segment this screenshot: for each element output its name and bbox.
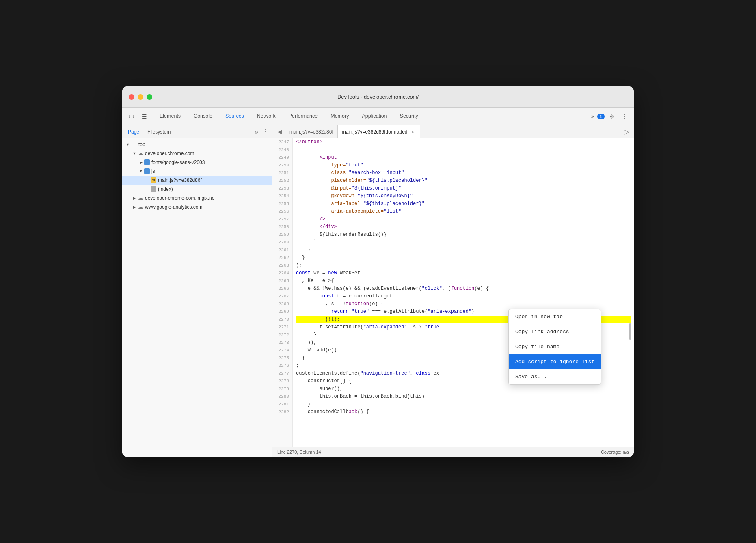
file-icon <box>151 186 156 192</box>
tab-performance[interactable]: Performance <box>282 108 324 125</box>
code-line-2267: const t = e.currentTarget <box>296 293 631 300</box>
context-menu-copy-filename[interactable]: Copy file name <box>509 339 601 354</box>
code-line-2268: , s = !function(e) { <box>296 300 631 308</box>
arrow-icon <box>132 205 137 209</box>
tree-item-imgix[interactable]: ☁ developer-chrome-com.imgix.ne <box>122 194 272 203</box>
tab-sources[interactable]: Sources <box>219 108 251 125</box>
sources-container: Page Filesystem » ⋮ top ☁ <box>122 125 634 457</box>
code-line-2254: @keydown="${this.onKeyDown}" <box>296 192 631 200</box>
sidebar-menu-button[interactable]: ⋮ <box>261 128 270 136</box>
editor-tab-label: main.js?v=e382d86f <box>289 129 333 135</box>
tab-security[interactable]: Security <box>393 108 425 125</box>
device-toolbar-button[interactable]: ☰ <box>138 111 150 122</box>
code-line-2249: <input <box>296 154 631 162</box>
code-line-2248 <box>296 146 631 154</box>
inspect-element-button[interactable]: ⬚ <box>125 111 137 122</box>
arrow-icon <box>125 142 130 147</box>
tab-memory[interactable]: Memory <box>324 108 355 125</box>
notification-badge: 1 <box>597 114 605 119</box>
line-numbers: 2247 2248 2249 2250 2251 2252 2253 2254 … <box>272 138 293 447</box>
context-menu-add-ignore[interactable]: Add script to ignore list <box>509 354 601 369</box>
arrow-icon <box>132 151 137 156</box>
code-editor[interactable]: 2247 2248 2249 2250 2251 2252 2253 2254 … <box>272 138 634 447</box>
tree-item-index[interactable]: (index) <box>122 185 272 194</box>
tree-label: developer-chrome-com.imgix.ne <box>145 195 214 201</box>
code-line-2250: type="text" <box>296 162 631 169</box>
code-line-2279: super(), <box>296 385 631 393</box>
collapse-sidebar-button[interactable]: ◀ <box>274 126 285 138</box>
arrow-icon <box>138 160 143 165</box>
tree-item-analytics[interactable]: ☁ www.google-analytics.com <box>122 203 272 211</box>
scrollbar-indicator <box>629 323 631 340</box>
code-line-2265: , Ke = e=>{ <box>296 277 631 285</box>
main-tab-bar: Elements Console Sources Network Perform… <box>153 108 425 125</box>
sidebar-tab-page[interactable]: Page <box>124 127 143 136</box>
tree-item-developer-chrome[interactable]: ☁ developer.chrome.com <box>122 149 272 158</box>
code-line-2252: placeholder="${this.placeholder}" <box>296 177 631 185</box>
editor-tab-mainjs-formatted[interactable]: main.js?v=e382d86f:formatted × <box>338 125 420 138</box>
code-line-2280: this.onBack = this.onBack.bind(this) <box>296 393 631 401</box>
code-line-2263: ); <box>296 262 631 269</box>
cloud-icon: ☁ <box>138 204 143 210</box>
more-options-button[interactable]: ⋮ <box>619 111 631 122</box>
more-tabs-button[interactable]: » <box>590 113 596 119</box>
close-button[interactable] <box>129 94 134 100</box>
code-line-2282: connectedCallback() { <box>296 408 631 416</box>
context-menu-open-tab[interactable]: Open in new tab <box>509 309 601 324</box>
code-line-2251: class="search-box__input" <box>296 169 631 177</box>
sidebar-tab-bar: Page Filesystem » ⋮ <box>122 125 272 138</box>
tab-elements[interactable]: Elements <box>153 108 187 125</box>
coverage-status: Coverage: n/a <box>601 450 629 455</box>
code-line-2260: ` <box>296 239 631 246</box>
maximize-button[interactable] <box>147 94 152 100</box>
devtools-window: DevTools - developer.chrome.com/ ⬚ ☰ Ele… <box>122 86 634 457</box>
tree-label: js <box>151 168 155 174</box>
code-line-2266: e && !We.has(e) && (e.addEventListener("… <box>296 285 631 293</box>
tree-label: top <box>138 142 145 147</box>
context-menu-copy-link[interactable]: Copy link address <box>509 324 601 339</box>
code-line-2264: const We = new WeakSet <box>296 269 631 277</box>
tree-label: www.google-analytics.com <box>145 204 202 210</box>
tree-label: (index) <box>158 186 173 192</box>
minimize-button[interactable] <box>138 94 143 100</box>
cursor-position: Line 2270, Column 14 <box>277 450 321 455</box>
devtools-panel: ⬚ ☰ Elements Console Sources Network Per… <box>122 108 634 457</box>
window-title: DevTools - developer.chrome.com/ <box>337 94 419 100</box>
context-menu-save-as[interactable]: Save as... <box>509 369 601 384</box>
code-line-2253: @input="${this.onInput}" <box>296 185 631 192</box>
toolbar-right: » 1 ⚙ ⋮ <box>590 111 631 122</box>
sidebar-more-button[interactable]: » <box>252 128 261 136</box>
tab-network[interactable]: Network <box>251 108 282 125</box>
tree-item-js[interactable]: js <box>122 167 272 176</box>
code-line-2256: aria-autocomplete="list" <box>296 208 631 215</box>
settings-button[interactable]: ⚙ <box>606 111 618 122</box>
tree-item-mainjs[interactable]: JS main.js?v=e382d86f <box>122 176 272 185</box>
editor-tab-mainjs[interactable]: main.js?v=e382d86f <box>285 125 338 138</box>
code-line-2255: aria-label="${this.placeholder}" <box>296 200 631 208</box>
tab-console[interactable]: Console <box>187 108 219 125</box>
tree-label: main.js?v=e382d86f <box>158 177 202 183</box>
context-menu: Open in new tab Copy link address Copy f… <box>508 309 601 385</box>
folder-icon <box>131 142 137 147</box>
sidebar-tab-filesystem[interactable]: Filesystem <box>143 127 175 136</box>
js-file-icon: JS <box>151 177 156 183</box>
file-tree: top ☁ developer.chrome.com fonts/google-… <box>122 138 272 457</box>
tree-item-fonts[interactable]: fonts/google-sans-v2003 <box>122 158 272 167</box>
tree-item-top[interactable]: top <box>122 140 272 149</box>
code-line-2258: </div> <box>296 223 631 231</box>
editor-area: ◀ main.js?v=e382d86f main.js?v=e382d86f:… <box>272 125 634 457</box>
tree-label: developer.chrome.com <box>145 151 194 156</box>
file-sidebar: Page Filesystem » ⋮ top ☁ <box>122 125 272 457</box>
code-line-2262: } <box>296 254 631 262</box>
code-line-2281: } <box>296 401 631 408</box>
close-tab-button[interactable]: × <box>410 129 416 135</box>
traffic-lights <box>129 94 152 100</box>
main-toolbar: ⬚ ☰ Elements Console Sources Network Per… <box>122 108 634 125</box>
collapse-right-button[interactable]: ▷ <box>621 126 632 138</box>
code-line-2257: /> <box>296 215 631 223</box>
code-line-2259: ${this.renderResults()} <box>296 231 631 239</box>
tab-application[interactable]: Application <box>355 108 393 125</box>
cloud-icon: ☁ <box>138 195 143 201</box>
cloud-icon: ☁ <box>138 151 143 156</box>
arrow-icon <box>138 169 143 174</box>
